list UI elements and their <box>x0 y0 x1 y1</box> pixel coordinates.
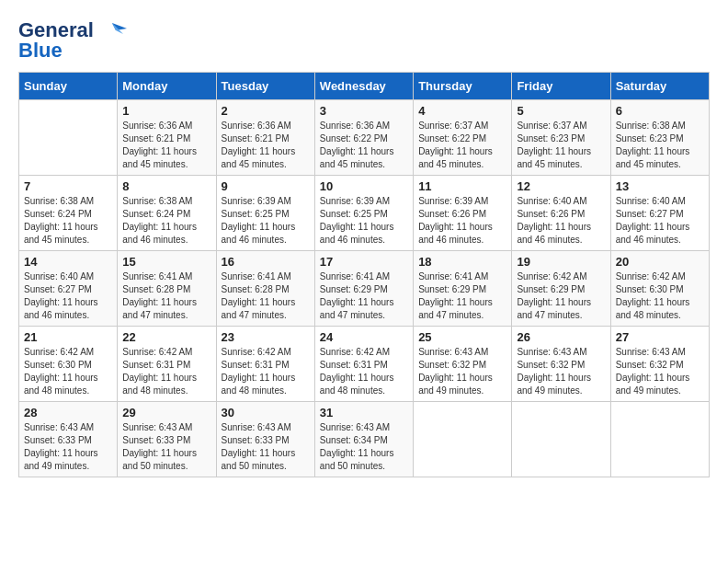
day-number: 22 <box>122 330 210 344</box>
day-info: Sunrise: 6:40 AM Sunset: 6:27 PM Dayligh… <box>616 195 704 247</box>
calendar-cell: 2Sunrise: 6:36 AM Sunset: 6:21 PM Daylig… <box>216 100 314 176</box>
calendar-cell: 18Sunrise: 6:41 AM Sunset: 6:29 PM Dayli… <box>414 251 512 327</box>
calendar-cell: 29Sunrise: 6:43 AM Sunset: 6:33 PM Dayli… <box>118 402 216 477</box>
day-number: 29 <box>122 406 210 419</box>
calendar-cell: 23Sunrise: 6:42 AM Sunset: 6:31 PM Dayli… <box>216 327 314 402</box>
day-info: Sunrise: 6:38 AM Sunset: 6:23 PM Dayligh… <box>616 120 704 171</box>
calendar-cell: 25Sunrise: 6:43 AM Sunset: 6:32 PM Dayli… <box>414 327 512 402</box>
day-info: Sunrise: 6:43 AM Sunset: 6:32 PM Dayligh… <box>517 346 605 397</box>
day-number: 27 <box>616 330 704 344</box>
day-info: Sunrise: 6:38 AM Sunset: 6:24 PM Dayligh… <box>122 195 210 247</box>
week-row-1: 1Sunrise: 6:36 AM Sunset: 6:21 PM Daylig… <box>19 100 710 176</box>
day-number: 16 <box>222 255 310 269</box>
day-info: Sunrise: 6:42 AM Sunset: 6:31 PM Dayligh… <box>222 346 310 397</box>
day-number: 11 <box>418 179 506 193</box>
page-header: General Blue <box>18 18 710 63</box>
calendar-cell: 10Sunrise: 6:39 AM Sunset: 6:25 PM Dayli… <box>314 176 413 251</box>
calendar-cell: 8Sunrise: 6:38 AM Sunset: 6:24 PM Daylig… <box>118 176 216 251</box>
day-info: Sunrise: 6:36 AM Sunset: 6:21 PM Dayligh… <box>122 120 210 171</box>
day-info: Sunrise: 6:43 AM Sunset: 6:33 PM Dayligh… <box>222 421 310 473</box>
day-info: Sunrise: 6:42 AM Sunset: 6:31 PM Dayligh… <box>122 346 210 397</box>
calendar-cell: 11Sunrise: 6:39 AM Sunset: 6:26 PM Dayli… <box>414 176 512 251</box>
calendar-cell: 28Sunrise: 6:43 AM Sunset: 6:33 PM Dayli… <box>19 402 118 477</box>
calendar-cell: 4Sunrise: 6:37 AM Sunset: 6:22 PM Daylig… <box>414 100 512 176</box>
day-number: 18 <box>418 255 506 269</box>
day-info: Sunrise: 6:42 AM Sunset: 6:31 PM Dayligh… <box>320 346 408 397</box>
calendar-cell: 15Sunrise: 6:41 AM Sunset: 6:28 PM Dayli… <box>118 251 216 327</box>
day-number: 31 <box>320 406 408 419</box>
calendar-cell: 21Sunrise: 6:42 AM Sunset: 6:30 PM Dayli… <box>19 327 118 402</box>
calendar-cell: 16Sunrise: 6:41 AM Sunset: 6:28 PM Dayli… <box>216 251 314 327</box>
day-info: Sunrise: 6:42 AM Sunset: 6:30 PM Dayligh… <box>24 346 112 397</box>
day-number: 19 <box>517 255 605 269</box>
calendar-cell: 24Sunrise: 6:42 AM Sunset: 6:31 PM Dayli… <box>314 327 413 402</box>
calendar-cell: 13Sunrise: 6:40 AM Sunset: 6:27 PM Dayli… <box>610 176 709 251</box>
logo-blue: Blue <box>18 39 63 63</box>
header-cell-wednesday: Wednesday <box>314 73 413 100</box>
header-cell-thursday: Thursday <box>414 73 512 100</box>
week-row-3: 14Sunrise: 6:40 AM Sunset: 6:27 PM Dayli… <box>19 251 710 327</box>
calendar-cell: 17Sunrise: 6:41 AM Sunset: 6:29 PM Dayli… <box>314 251 413 327</box>
day-number: 1 <box>122 104 210 118</box>
day-info: Sunrise: 6:43 AM Sunset: 6:32 PM Dayligh… <box>418 346 506 397</box>
day-info: Sunrise: 6:43 AM Sunset: 6:32 PM Dayligh… <box>616 346 704 397</box>
day-number: 10 <box>320 179 408 193</box>
calendar-cell <box>610 402 709 477</box>
day-info: Sunrise: 6:36 AM Sunset: 6:22 PM Dayligh… <box>320 120 408 171</box>
calendar-table: SundayMondayTuesdayWednesdayThursdayFrid… <box>18 72 710 477</box>
day-number: 26 <box>517 330 605 344</box>
day-number: 9 <box>222 179 310 193</box>
day-info: Sunrise: 6:39 AM Sunset: 6:25 PM Dayligh… <box>222 195 310 247</box>
calendar-cell: 26Sunrise: 6:43 AM Sunset: 6:32 PM Dayli… <box>512 327 610 402</box>
day-number: 14 <box>24 255 112 269</box>
calendar-cell <box>19 100 118 176</box>
calendar-cell: 27Sunrise: 6:43 AM Sunset: 6:32 PM Dayli… <box>610 327 709 402</box>
day-info: Sunrise: 6:42 AM Sunset: 6:29 PM Dayligh… <box>517 270 605 322</box>
calendar-cell: 6Sunrise: 6:38 AM Sunset: 6:23 PM Daylig… <box>610 100 709 176</box>
week-row-4: 21Sunrise: 6:42 AM Sunset: 6:30 PM Dayli… <box>19 327 710 402</box>
day-number: 25 <box>418 330 506 344</box>
calendar-cell <box>414 402 512 477</box>
calendar-cell: 7Sunrise: 6:38 AM Sunset: 6:24 PM Daylig… <box>19 176 118 251</box>
day-info: Sunrise: 6:41 AM Sunset: 6:28 PM Dayligh… <box>122 270 210 322</box>
calendar-cell: 5Sunrise: 6:37 AM Sunset: 6:23 PM Daylig… <box>512 100 610 176</box>
day-info: Sunrise: 6:43 AM Sunset: 6:33 PM Dayligh… <box>24 421 112 473</box>
day-number: 15 <box>122 255 210 269</box>
calendar-cell: 3Sunrise: 6:36 AM Sunset: 6:22 PM Daylig… <box>314 100 413 176</box>
day-number: 12 <box>517 179 605 193</box>
day-info: Sunrise: 6:41 AM Sunset: 6:29 PM Dayligh… <box>418 270 506 322</box>
calendar-cell: 20Sunrise: 6:42 AM Sunset: 6:30 PM Dayli… <box>610 251 709 327</box>
calendar-cell: 22Sunrise: 6:42 AM Sunset: 6:31 PM Dayli… <box>118 327 216 402</box>
week-row-5: 28Sunrise: 6:43 AM Sunset: 6:33 PM Dayli… <box>19 402 710 477</box>
calendar-body: 1Sunrise: 6:36 AM Sunset: 6:21 PM Daylig… <box>19 100 710 477</box>
day-number: 17 <box>320 255 408 269</box>
calendar-cell: 30Sunrise: 6:43 AM Sunset: 6:33 PM Dayli… <box>216 402 314 477</box>
day-number: 7 <box>24 179 112 193</box>
day-number: 6 <box>616 104 704 118</box>
header-cell-friday: Friday <box>512 73 610 100</box>
calendar-cell: 31Sunrise: 6:43 AM Sunset: 6:34 PM Dayli… <box>314 402 413 477</box>
day-info: Sunrise: 6:40 AM Sunset: 6:26 PM Dayligh… <box>517 195 605 247</box>
day-info: Sunrise: 6:43 AM Sunset: 6:33 PM Dayligh… <box>122 421 210 473</box>
day-number: 23 <box>222 330 310 344</box>
day-info: Sunrise: 6:41 AM Sunset: 6:28 PM Dayligh… <box>222 270 310 322</box>
day-number: 30 <box>222 406 310 419</box>
day-info: Sunrise: 6:38 AM Sunset: 6:24 PM Dayligh… <box>24 195 112 247</box>
day-number: 4 <box>418 104 506 118</box>
day-number: 20 <box>616 255 704 269</box>
day-number: 21 <box>24 330 112 344</box>
day-info: Sunrise: 6:39 AM Sunset: 6:25 PM Dayligh… <box>320 195 408 247</box>
day-info: Sunrise: 6:43 AM Sunset: 6:34 PM Dayligh… <box>320 421 408 473</box>
calendar-cell: 9Sunrise: 6:39 AM Sunset: 6:25 PM Daylig… <box>216 176 314 251</box>
calendar-header-row: SundayMondayTuesdayWednesdayThursdayFrid… <box>19 73 710 100</box>
header-cell-monday: Monday <box>118 73 216 100</box>
day-number: 5 <box>517 104 605 118</box>
header-cell-saturday: Saturday <box>610 73 709 100</box>
day-info: Sunrise: 6:40 AM Sunset: 6:27 PM Dayligh… <box>24 270 112 322</box>
day-number: 3 <box>320 104 408 118</box>
day-number: 8 <box>122 179 210 193</box>
logo: General Blue <box>18 18 127 63</box>
calendar-cell: 12Sunrise: 6:40 AM Sunset: 6:26 PM Dayli… <box>512 176 610 251</box>
day-number: 13 <box>616 179 704 193</box>
day-info: Sunrise: 6:39 AM Sunset: 6:26 PM Dayligh… <box>418 195 506 247</box>
